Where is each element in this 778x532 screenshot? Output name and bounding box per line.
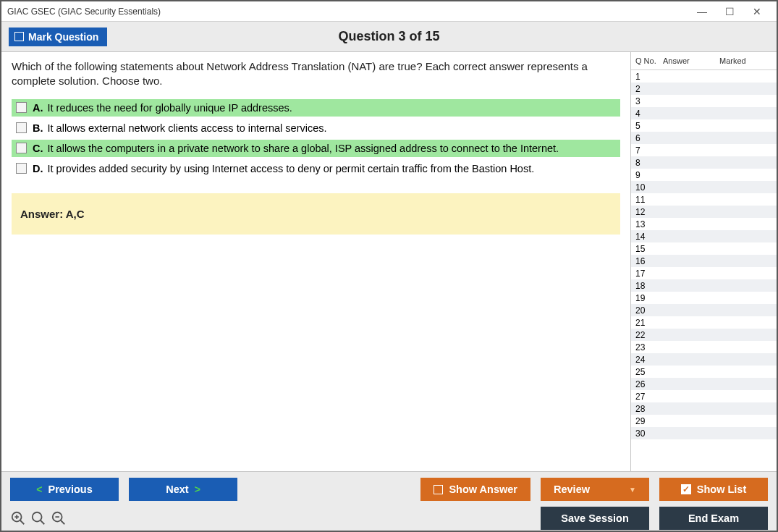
question-row-30[interactable]: 30 (631, 427, 777, 439)
sidebar-list[interactable]: 1234567891011121314151617181920212223242… (631, 70, 777, 471)
choice-checkbox[interactable] (16, 102, 27, 113)
question-row-12[interactable]: 12 (631, 206, 777, 218)
question-row-27[interactable]: 27 (631, 390, 777, 402)
question-row-10[interactable]: 10 (631, 181, 777, 193)
choice-a[interactable]: A. It reduces the need for globally uniq… (12, 99, 620, 117)
question-row-20[interactable]: 20 (631, 304, 777, 316)
next-label: Next (166, 484, 188, 495)
question-list-sidebar: Q No. Answer Marked 12345678910111213141… (630, 52, 777, 471)
body: Which of the following statements about … (1, 52, 777, 471)
choice-b[interactable]: B. It allows external network clients ac… (12, 119, 620, 137)
question-row-14[interactable]: 14 (631, 230, 777, 242)
row-qno: 11 (635, 195, 663, 205)
end-exam-label: End Exam (688, 512, 739, 524)
row-qno: 16 (635, 256, 663, 266)
question-row-11[interactable]: 11 (631, 193, 777, 206)
choice-text: D. It provides added security by using I… (33, 163, 534, 174)
maximize-button[interactable]: ☐ (716, 3, 743, 20)
show-answer-label: Show Answer (449, 484, 517, 495)
choice-d[interactable]: D. It provides added security by using I… (12, 160, 620, 177)
question-row-8[interactable]: 8 (631, 156, 777, 169)
question-row-6[interactable]: 6 (631, 132, 777, 144)
row-qno: 8 (635, 158, 663, 168)
question-row-24[interactable]: 24 (631, 353, 777, 366)
choice-letter: D. (33, 163, 43, 174)
window-controls: — ☐ ✕ (688, 3, 771, 20)
svg-line-5 (41, 520, 45, 525)
question-row-7[interactable]: 7 (631, 144, 777, 156)
previous-button[interactable]: < Previous (10, 478, 119, 501)
question-row-4[interactable]: 4 (631, 107, 777, 119)
row-qno: 19 (635, 293, 663, 303)
question-row-21[interactable]: 21 (631, 316, 777, 329)
sidebar-body: 1234567891011121314151617181920212223242… (631, 70, 777, 471)
choice-checkbox[interactable] (16, 143, 27, 153)
choice-text: A. It reduces the need for globally uniq… (33, 102, 292, 114)
question-row-28[interactable]: 28 (631, 402, 777, 415)
row-qno: 30 (635, 428, 663, 439)
choice-checkbox[interactable] (16, 122, 27, 133)
save-session-button[interactable]: Save Session (541, 507, 649, 530)
svg-line-1 (20, 520, 25, 525)
question-row-17[interactable]: 17 (631, 267, 777, 279)
question-text: Which of the following statements about … (12, 59, 620, 89)
row-qno: 21 (635, 318, 663, 328)
choice-checkbox[interactable] (16, 163, 27, 174)
choices-list: A. It reduces the need for globally uniq… (12, 99, 620, 180)
question-row-25[interactable]: 25 (631, 366, 777, 378)
question-row-15[interactable]: 15 (631, 242, 777, 255)
choice-c[interactable]: C. It allows the computers in a private … (12, 140, 620, 157)
row-qno: 1 (635, 72, 663, 82)
question-row-19[interactable]: 19 (631, 292, 777, 304)
end-exam-button[interactable]: End Exam (659, 507, 768, 530)
question-row-29[interactable]: 29 (631, 415, 777, 427)
row-qno: 18 (635, 281, 663, 291)
svg-point-4 (33, 512, 42, 522)
question-row-9[interactable]: 9 (631, 169, 777, 181)
row-qno: 15 (635, 244, 663, 254)
chevron-down-icon: ▼ (629, 486, 636, 494)
next-button[interactable]: Next > (129, 478, 237, 501)
question-row-18[interactable]: 18 (631, 279, 777, 292)
question-row-1[interactable]: 1 (631, 70, 777, 83)
minimize-button[interactable]: — (688, 3, 716, 20)
row-qno: 6 (635, 133, 663, 143)
show-answer-button[interactable]: Show Answer (420, 478, 530, 501)
row-qno: 3 (635, 96, 663, 106)
question-row-13[interactable]: 13 (631, 218, 777, 230)
checkbox-icon (434, 485, 443, 494)
mark-question-button[interactable]: Mark Question (9, 28, 107, 46)
zoom-in-icon[interactable] (10, 510, 26, 526)
svg-line-7 (61, 520, 65, 525)
zoom-controls (10, 510, 67, 526)
question-row-5[interactable]: 5 (631, 119, 777, 132)
row-qno: 23 (635, 342, 663, 352)
review-button[interactable]: Review ▼ (541, 478, 649, 501)
row-qno: 29 (635, 416, 663, 426)
row-qno: 17 (635, 269, 663, 279)
checked-icon (681, 484, 691, 494)
zoom-out-icon[interactable] (51, 510, 67, 526)
row-qno: 13 (635, 219, 663, 229)
row-qno: 10 (635, 182, 663, 193)
choice-text: C. It allows the computers in a private … (33, 143, 559, 154)
review-label: Review (554, 484, 590, 495)
show-list-button[interactable]: Show List (659, 478, 768, 501)
question-row-3[interactable]: 3 (631, 95, 777, 107)
close-button[interactable]: ✕ (743, 3, 771, 20)
titlebar: GIAC GSEC (GIAC Security Essentials) — ☐… (1, 1, 777, 22)
zoom-reset-icon[interactable] (30, 510, 46, 526)
row-qno: 14 (635, 232, 663, 242)
sidebar-header: Q No. Answer Marked (631, 52, 777, 70)
question-row-23[interactable]: 23 (631, 341, 777, 353)
choice-letter: B. (33, 122, 43, 134)
question-row-16[interactable]: 16 (631, 255, 777, 267)
row-qno: 25 (635, 367, 663, 377)
question-row-26[interactable]: 26 (631, 378, 777, 390)
app-window: GIAC GSEC (GIAC Security Essentials) — ☐… (0, 0, 778, 532)
topbar: Mark Question Question 3 of 15 (1, 22, 777, 52)
row-qno: 2 (635, 84, 663, 94)
question-row-2[interactable]: 2 (631, 83, 777, 95)
window-title: GIAC GSEC (GIAC Security Essentials) (7, 7, 688, 17)
question-row-22[interactable]: 22 (631, 329, 777, 341)
